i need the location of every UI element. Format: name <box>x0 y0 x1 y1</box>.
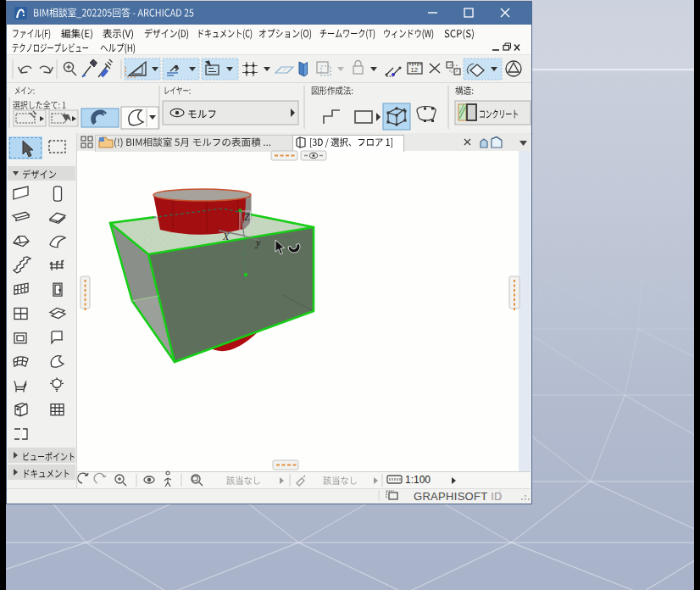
svg-text:X: X <box>222 231 230 242</box>
svg-text:y: y <box>255 237 261 248</box>
svg-text:Z: Z <box>244 211 250 223</box>
svg-text:12: 12 <box>411 66 418 74</box>
